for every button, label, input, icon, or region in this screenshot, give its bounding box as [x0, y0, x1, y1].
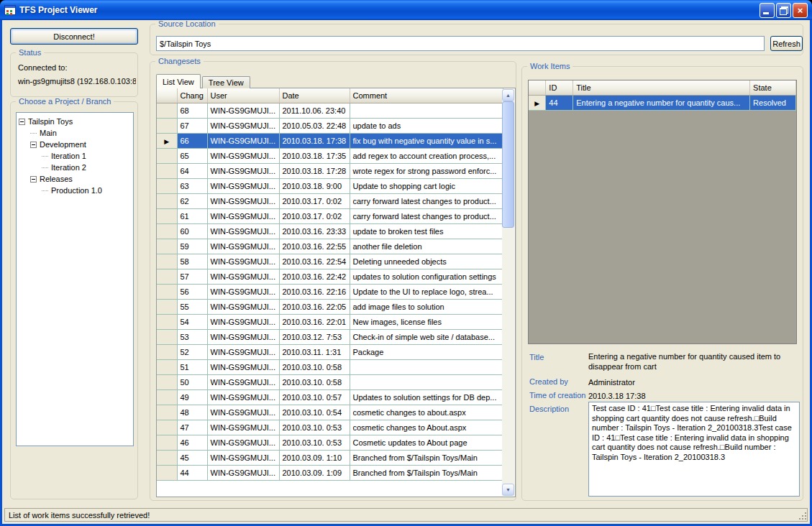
changeset-row-cell-comment[interactable]: Updates to solution settings for DB dep.…	[350, 389, 503, 405]
changeset-row-cell-id[interactable]: 57	[177, 269, 207, 284]
changeset-row-cell-id[interactable]: 50	[177, 374, 207, 389]
changeset-row-cell-date[interactable]: 2010.03.10. 0:58	[279, 359, 350, 374]
changeset-row-cell-id[interactable]: 49	[177, 389, 207, 405]
changeset-row-cell-date[interactable]: 2010.03.10. 0:58	[279, 374, 350, 389]
changeset-row[interactable]: 56WIN-GS9GMUJI...2010.03.16. 22:16Update…	[157, 284, 503, 299]
changeset-row[interactable]: 61WIN-GS9GMUJI...2010.03.17. 0:02carry f…	[157, 208, 503, 223]
changeset-row-cell-comment[interactable]: Update to the UI to replace logo, strea.…	[350, 284, 503, 299]
row-selector[interactable]: ▶	[157, 133, 177, 148]
changeset-row[interactable]: 67WIN-GS9GMUJI...2010.05.03. 22:48update…	[157, 118, 503, 133]
changeset-row-cell-id[interactable]: 55	[177, 299, 207, 314]
row-selector[interactable]	[157, 163, 177, 178]
row-selector[interactable]	[157, 148, 177, 163]
titlebar[interactable]: TFS Project Viewer ×	[0, 0, 812, 20]
changeset-row-cell-comment[interactable]: another file deletion	[350, 239, 503, 254]
changeset-row-cell-user[interactable]: WIN-GS9GMUJI...	[207, 314, 279, 329]
tree-item-iteration-2[interactable]: Iteration 2	[17, 162, 133, 173]
column-header-comment[interactable]: Comment	[350, 88, 503, 103]
changeset-row[interactable]: 58WIN-GS9GMUJI...2010.03.16. 22:54Deleti…	[157, 254, 503, 269]
changeset-row-cell-date[interactable]: 2010.03.16. 23:33	[279, 223, 350, 239]
tree-item-development[interactable]: Development	[17, 139, 133, 150]
changeset-row-cell-id[interactable]: 44	[177, 465, 207, 480]
changeset-row-cell-date[interactable]: 2010.03.09. 1:09	[279, 465, 350, 480]
changeset-row-cell-comment[interactable]: cosmetic changes to About.aspx	[350, 420, 503, 435]
changeset-row-cell-user[interactable]: WIN-GS9GMUJI...	[207, 344, 279, 359]
changeset-row-cell-date[interactable]: 2010.03.10. 0:53	[279, 435, 350, 450]
row-selector[interactable]: ▶	[529, 95, 546, 110]
changeset-row-cell-id[interactable]: 58	[177, 254, 207, 269]
changeset-row-cell-comment[interactable]: add regex to account creation process,..…	[350, 148, 503, 163]
changeset-row-cell-user[interactable]: WIN-GS9GMUJI...	[207, 435, 279, 450]
changeset-row-cell-user[interactable]: WIN-GS9GMUJI...	[207, 223, 279, 239]
row-selector[interactable]	[157, 344, 177, 359]
changeset-row-cell-id[interactable]: 63	[177, 178, 207, 193]
changeset-row[interactable]: 46WIN-GS9GMUJI...2010.03.10. 0:53Cosmeti…	[157, 435, 503, 450]
changeset-row-cell-date[interactable]: 2010.03.16. 22:54	[279, 254, 350, 269]
changeset-row-cell-user[interactable]: WIN-GS9GMUJI...	[207, 163, 279, 178]
changeset-row-cell-id[interactable]: 51	[177, 359, 207, 374]
changeset-row[interactable]: 47WIN-GS9GMUJI...2010.03.10. 0:53cosmeti…	[157, 420, 503, 435]
changeset-row-cell-id[interactable]: 52	[177, 344, 207, 359]
changeset-row-cell-date[interactable]: 2010.03.10. 0:54	[279, 405, 350, 420]
scroll-up-button[interactable]: ▲	[502, 89, 514, 101]
changeset-row[interactable]: 50WIN-GS9GMUJI...2010.03.10. 0:58	[157, 374, 503, 389]
project-tree[interactable]: Tailspin ToysMainDevelopmentIteration 1I…	[16, 112, 134, 446]
changeset-row-cell-comment[interactable]: updates to solution configuration settin…	[350, 269, 503, 284]
changeset-row-cell-user[interactable]: WIN-GS9GMUJI...	[207, 389, 279, 405]
changeset-row-cell-date[interactable]: 2010.03.16. 22:01	[279, 314, 350, 329]
changesets-scrollbar[interactable]: ▲ ▼	[502, 89, 514, 496]
changeset-row-cell-comment[interactable]: update to broken test files	[350, 223, 503, 239]
changeset-row-cell-user[interactable]: WIN-GS9GMUJI...	[207, 254, 279, 269]
tree-item-iteration-1[interactable]: Iteration 1	[17, 150, 133, 162]
changeset-row[interactable]: 68WIN-GS9GMUJI...2011.10.06. 23:40	[157, 103, 503, 118]
row-selector[interactable]	[157, 254, 177, 269]
changeset-row-cell-user[interactable]: WIN-GS9GMUJI...	[207, 405, 279, 420]
changeset-row-cell-id[interactable]: 67	[177, 118, 207, 133]
changeset-row-cell-id[interactable]: 66	[177, 133, 207, 148]
tree-item-releases[interactable]: Releases	[17, 173, 133, 185]
changeset-row[interactable]: 53WIN-GS9GMUJI...2010.03.12. 7:53Check-i…	[157, 329, 503, 344]
row-selector[interactable]	[157, 193, 177, 208]
row-selector[interactable]	[157, 374, 177, 389]
row-selector[interactable]	[157, 450, 177, 465]
tree-item-production-1-0[interactable]: Production 1.0	[17, 185, 133, 196]
tab-tree-view[interactable]: Tree View	[202, 76, 250, 88]
row-selector[interactable]	[157, 284, 177, 299]
changeset-row[interactable]: 45WIN-GS9GMUJI...2010.03.09. 1:10Branche…	[157, 450, 503, 465]
changeset-row-cell-user[interactable]: WIN-GS9GMUJI...	[207, 239, 279, 254]
changeset-row[interactable]: 60WIN-GS9GMUJI...2010.03.16. 23:33update…	[157, 223, 503, 239]
changeset-row[interactable]: 57WIN-GS9GMUJI...2010.03.16. 22:42update…	[157, 269, 503, 284]
column-header-title[interactable]: Title	[573, 80, 750, 95]
changeset-row[interactable]: 44WIN-GS9GMUJI...2010.03.09. 1:09Branche…	[157, 465, 503, 480]
row-selector[interactable]	[157, 389, 177, 405]
row-selector[interactable]	[157, 465, 177, 480]
changeset-row-cell-user[interactable]: WIN-GS9GMUJI...	[207, 103, 279, 118]
changeset-row-cell-comment[interactable]: Branched from $/Tailspin Toys/Main	[350, 465, 503, 480]
changeset-row-cell-date[interactable]: 2010.03.16. 22:16	[279, 284, 350, 299]
changeset-row[interactable]: 64WIN-GS9GMUJI...2010.03.18. 17:28wrote …	[157, 163, 503, 178]
changeset-row[interactable]: 62WIN-GS9GMUJI...2010.03.17. 0:02carry f…	[157, 193, 503, 208]
tree-item-main[interactable]: Main	[17, 127, 133, 139]
changeset-row-cell-id[interactable]: 62	[177, 193, 207, 208]
row-selector[interactable]	[157, 239, 177, 254]
changeset-row-cell-comment[interactable]	[350, 359, 503, 374]
changeset-row-cell-date[interactable]: 2010.03.10. 0:57	[279, 389, 350, 405]
changeset-row-cell-comment[interactable]: Cosmetic updates to About page	[350, 435, 503, 450]
workitem-row-cell-state[interactable]: Resolved	[750, 95, 796, 110]
row-selector[interactable]	[157, 103, 177, 118]
changeset-row[interactable]: 65WIN-GS9GMUJI...2010.03.18. 17:35add re…	[157, 148, 503, 163]
workitem-row-cell-title[interactable]: Entering a negative number for quantity …	[573, 95, 750, 110]
scroll-thumb[interactable]	[502, 101, 514, 228]
changeset-row-cell-id[interactable]: 47	[177, 420, 207, 435]
column-header-id[interactable]: ID	[546, 80, 573, 95]
row-selector[interactable]	[157, 420, 177, 435]
minimize-button[interactable]	[759, 3, 775, 18]
changeset-row-cell-date[interactable]: 2010.03.09. 1:10	[279, 450, 350, 465]
tree-collapse-icon[interactable]	[30, 142, 37, 148]
column-header-state[interactable]: State	[750, 80, 796, 95]
changeset-row-cell-user[interactable]: WIN-GS9GMUJI...	[207, 133, 279, 148]
row-selector[interactable]	[157, 299, 177, 314]
changeset-row-cell-date[interactable]: 2010.03.18. 9:00	[279, 178, 350, 193]
changeset-row-cell-date[interactable]: 2010.05.03. 22:48	[279, 118, 350, 133]
row-selector[interactable]	[157, 208, 177, 223]
